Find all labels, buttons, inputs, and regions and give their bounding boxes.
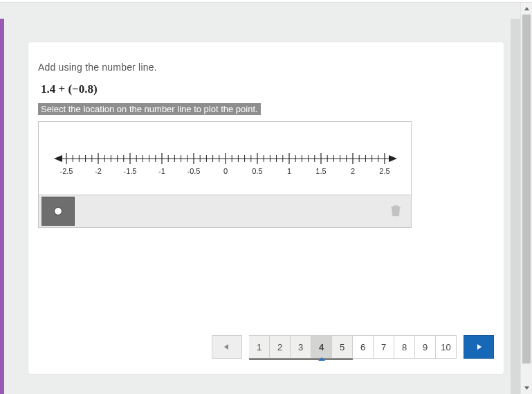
- svg-marker-2: [389, 155, 397, 162]
- svg-text:1: 1: [287, 167, 291, 175]
- numberline-canvas[interactable]: -2.5-2-1.5-1-0.500.511.522.5: [38, 121, 412, 195]
- pager-page-3[interactable]: 3: [291, 335, 311, 359]
- accent-bar: [0, 19, 4, 394]
- side-gray: [511, 19, 520, 394]
- svg-marker-68: [524, 386, 529, 390]
- pager-next-button[interactable]: [464, 335, 494, 359]
- pager-page-8[interactable]: 8: [394, 335, 415, 359]
- svg-text:-0.5: -0.5: [187, 167, 201, 175]
- question-prompt: Add using the number line.: [38, 62, 494, 73]
- pager-page-7[interactable]: 7: [374, 335, 394, 359]
- svg-text:2: 2: [351, 167, 355, 175]
- question-card: Add using the number line. 1.4 + (−0.8) …: [28, 42, 504, 375]
- trash-icon[interactable]: [390, 204, 401, 219]
- svg-text:0: 0: [223, 167, 228, 175]
- pager-prev-button[interactable]: [212, 335, 242, 359]
- svg-text:2.5: 2.5: [379, 167, 389, 175]
- svg-text:-2.5: -2.5: [60, 167, 73, 175]
- svg-text:1.5: 1.5: [315, 167, 326, 175]
- svg-text:-1.5: -1.5: [124, 167, 137, 175]
- scroll-down-button[interactable]: [521, 382, 532, 394]
- point-icon: [55, 208, 62, 215]
- pager-page-9[interactable]: 9: [415, 335, 436, 359]
- scroll-thumb[interactable]: [522, 15, 531, 364]
- svg-text:-1: -1: [158, 167, 165, 175]
- pager-page-6[interactable]: 6: [353, 335, 374, 359]
- pager-page-1[interactable]: 1: [249, 335, 270, 359]
- svg-text:-2: -2: [95, 167, 102, 175]
- math-expression: 1.4 + (−0.8): [41, 82, 494, 96]
- svg-marker-66: [477, 344, 481, 350]
- plot-toolbar: [38, 195, 412, 228]
- scroll-up-button[interactable]: [521, 3, 532, 15]
- pager: 12345678910: [212, 335, 494, 359]
- pager-page-5[interactable]: 5: [332, 335, 353, 359]
- svg-text:0.5: 0.5: [252, 167, 262, 175]
- instruction-highlight: Select the location on the number line t…: [38, 103, 261, 115]
- pager-pages: 12345678910: [249, 335, 457, 359]
- svg-marker-65: [224, 344, 228, 350]
- numberline-svg[interactable]: -2.5-2-1.5-1-0.500.511.522.5: [39, 136, 412, 181]
- point-tool-button[interactable]: [42, 197, 75, 226]
- svg-marker-67: [524, 7, 529, 10]
- pager-page-4[interactable]: 4: [311, 335, 332, 359]
- pager-page-2[interactable]: 2: [270, 335, 291, 359]
- pager-page-10[interactable]: 10: [436, 335, 457, 359]
- scrollbar[interactable]: [520, 3, 532, 394]
- svg-marker-1: [54, 155, 62, 162]
- plot-widget: -2.5-2-1.5-1-0.500.511.522.5: [38, 121, 412, 228]
